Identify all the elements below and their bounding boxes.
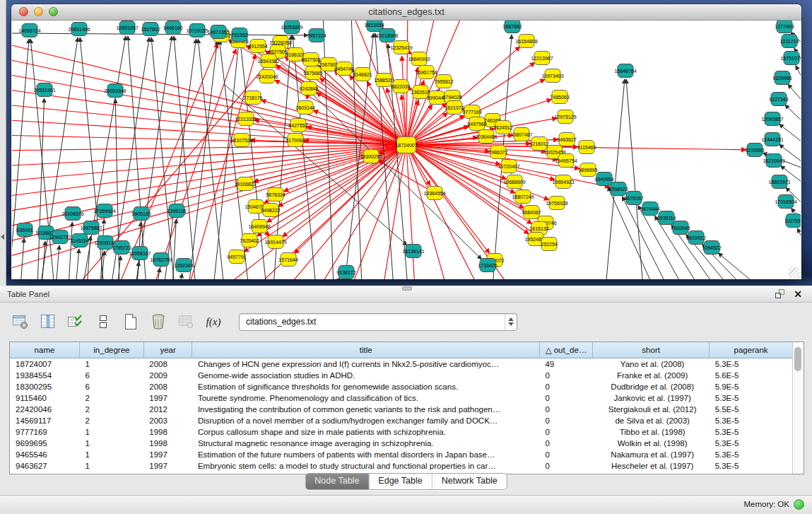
graph-node[interactable]: 9215955 — [745, 144, 764, 157]
graph-node[interactable]: 19384554 — [423, 187, 445, 200]
graph-node[interactable]: 10688609 — [503, 175, 525, 189]
table-cell[interactable]: 1997 — [143, 392, 192, 404]
graph-node[interactable]: 1621072 — [445, 101, 464, 115]
graph-node[interactable]: 9457791 — [227, 250, 246, 264]
select-columns-icon[interactable] — [39, 313, 57, 331]
graph-node[interactable]: 1571644 — [278, 253, 298, 267]
table-row[interactable]: 1872400712008Changes of HCN gene express… — [10, 358, 792, 370]
graph-node[interactable]: 5878334 — [266, 188, 285, 201]
graph-node[interactable]: 9474444 — [640, 202, 659, 216]
graph-node[interactable]: 1292344 — [174, 259, 193, 272]
graph-node[interactable]: 7625402 — [240, 234, 259, 247]
table-cell[interactable]: 1 — [80, 449, 144, 460]
graph-node[interactable]: 22420046 — [256, 70, 278, 83]
table-cell[interactable]: 0 — [539, 370, 592, 381]
table-cell[interactable]: 1998 — [143, 426, 192, 438]
graph-node[interactable]: 6679197 — [624, 192, 643, 205]
tab-network-table[interactable]: Network Table — [432, 474, 507, 489]
table-cell[interactable]: Embryonic stem cells: a model to study s… — [192, 460, 540, 472]
table-cell[interactable]: 5.3E-5 — [710, 392, 792, 404]
table-cell[interactable]: 5.3E-5 — [710, 460, 792, 472]
graph-node[interactable]: 17359924 — [93, 204, 115, 218]
graph-node[interactable]: 10807487 — [510, 128, 532, 141]
graph-node[interactable]: 10973493 — [541, 69, 563, 83]
table-cell[interactable]: 1998 — [143, 438, 192, 449]
graph-node[interactable]: 14055724 — [18, 24, 40, 37]
graph-node[interactable]: 18892971 — [768, 175, 790, 189]
column-header-out_de[interactable]: △ out_de… — [539, 342, 592, 358]
graph-node[interactable]: 10653267 — [116, 21, 138, 35]
graph-node[interactable]: 20691406 — [68, 23, 90, 36]
graph-node[interactable]: 12975125 — [554, 110, 576, 124]
table-cell[interactable]: 5.3E-5 — [710, 415, 792, 426]
graph-node[interactable]: 1094522 — [702, 241, 721, 255]
graph-node[interactable]: 9815922 — [686, 231, 705, 245]
table-row[interactable]: 1830029562008Estimation of significance … — [10, 381, 792, 392]
network-canvas[interactable]: 1872400718300295746382286601288912954232… — [12, 21, 801, 279]
column-header-pagerank[interactable]: pagerank — [710, 342, 792, 358]
close-window-icon[interactable] — [19, 7, 28, 16]
graph-node[interactable]: 18107524 — [230, 134, 252, 147]
table-cell[interactable]: Yano et al. (2008) — [593, 358, 710, 370]
table-cell[interactable]: 1 — [80, 358, 144, 370]
graph-node[interactable]: 8427552 — [288, 119, 307, 132]
table-row[interactable]: 911546021997Tourette syndrome. Phenomeno… — [10, 392, 792, 404]
table-cell[interactable]: Nakamura et al. (1997) — [593, 449, 710, 460]
table-cell[interactable]: 1 — [80, 460, 144, 472]
table-row[interactable]: 946554611997Estimation of the future num… — [10, 449, 792, 460]
tab-edge-table[interactable]: Edge Table — [368, 474, 431, 489]
graph-node[interactable]: 16136141 — [402, 245, 424, 258]
table-cell[interactable]: 0 — [539, 415, 592, 426]
graph-node[interactable]: 9329966 — [772, 71, 792, 85]
graph-node[interactable]: 7986372 — [488, 146, 507, 159]
table-cell[interactable]: 0 — [539, 381, 592, 392]
graph-node[interactable]: 1145194 — [71, 234, 90, 247]
column-header-name[interactable]: name — [10, 342, 80, 358]
table-cell[interactable]: 5.5E-5 — [710, 404, 792, 415]
table-cell[interactable]: 9777169 — [10, 426, 80, 438]
table-cell[interactable]: 5.3E-5 — [710, 449, 792, 460]
graph-node[interactable]: 1733426 — [478, 259, 497, 272]
graph-node[interactable]: 12213339 — [235, 112, 257, 126]
table-selector-dropdown[interactable]: citations_edges.txt — [239, 313, 517, 331]
graph-node[interactable]: 10719155 — [186, 24, 208, 37]
table-cell[interactable]: Disruption of a novel member of a sodium… — [192, 415, 540, 426]
graph-node[interactable]: 16648784 — [614, 64, 636, 78]
table-cell[interactable]: 1997 — [143, 460, 192, 472]
table-cell[interactable]: 0 — [539, 460, 592, 472]
graph-node[interactable]: 16782759 — [150, 253, 172, 267]
table-cell[interactable]: 1 — [80, 438, 144, 449]
table-cell[interactable]: 5.6E-5 — [710, 370, 792, 381]
graph-node[interactable]: 19756928 — [546, 197, 567, 210]
table-cell[interactable]: 0 — [539, 404, 592, 415]
graph-node[interactable]: 7485063 — [550, 90, 569, 104]
graph-node[interactable]: 1527602 — [141, 23, 160, 36]
graph-node[interactable]: 8454749 — [334, 62, 353, 76]
graph-node[interactable]: 8822037 — [391, 80, 410, 93]
new-document-icon[interactable] — [122, 313, 140, 331]
column-header-short[interactable]: short — [593, 342, 710, 358]
graph-node[interactable]: 19495754 — [555, 154, 577, 168]
table-row[interactable]: 1938455462009Genome-wide association stu… — [10, 370, 792, 381]
table-cell[interactable]: 6 — [80, 370, 144, 381]
graph-node[interactable]: 9498222 — [261, 204, 280, 217]
merge-rows-icon[interactable] — [94, 313, 112, 331]
graph-node[interactable]: 19166822 — [234, 177, 256, 191]
graph-node[interactable]: 18724007 — [395, 137, 417, 153]
graph-node[interactable]: 15720407 — [498, 160, 519, 173]
table-cell[interactable]: 5.3E-5 — [710, 438, 792, 449]
table-cell[interactable]: Estimation of significance thresholds fo… — [192, 381, 540, 392]
graph-node[interactable]: 19218906 — [376, 29, 398, 42]
graph-node[interactable]: 5875685 — [303, 66, 322, 80]
function-builder-icon[interactable]: f(x) — [204, 313, 223, 331]
graph-node[interactable]: 16543382 — [257, 54, 279, 68]
table-cell[interactable]: Tourette syndrome. Phenomenology and cla… — [192, 392, 540, 404]
float-window-icon[interactable] — [775, 288, 785, 299]
graph-node[interactable]: 9684067 — [522, 206, 541, 219]
graph-node[interactable]: 14671355 — [207, 25, 229, 39]
graph-node[interactable]: 15751074 — [780, 52, 801, 65]
collapse-panel-icon[interactable] — [1, 234, 4, 240]
table-row[interactable]: 969969511998Structural magnetic resonanc… — [10, 438, 792, 449]
graph-node[interactable]: 12325419 — [390, 41, 412, 54]
graph-node[interactable]: 7955812 — [434, 75, 453, 88]
